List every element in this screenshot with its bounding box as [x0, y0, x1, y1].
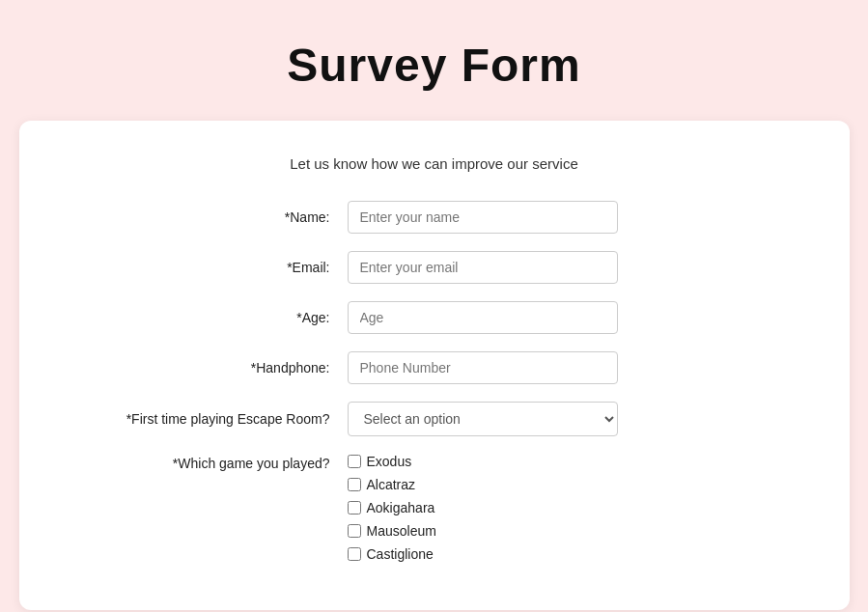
form-card: Let us know how we can improve our servi… [19, 121, 850, 610]
game-option-mausoleum[interactable]: Mausoleum [348, 523, 436, 539]
checkbox-exodus[interactable] [348, 455, 361, 468]
checkbox-alcatraz[interactable] [348, 478, 361, 491]
handphone-input[interactable] [348, 351, 618, 384]
name-input[interactable] [348, 201, 618, 234]
name-row: *Name: [58, 201, 811, 234]
page-header: Survey Form [0, 0, 868, 121]
page-title: Survey Form [19, 39, 849, 92]
age-input[interactable] [348, 301, 618, 334]
game-option-alcatraz[interactable]: Alcatraz [348, 477, 436, 492]
checkbox-mausoleum[interactable] [348, 524, 361, 538]
checkbox-aokigahara[interactable] [348, 501, 361, 515]
age-row: *Age: [58, 301, 811, 334]
checkbox-castiglione[interactable] [348, 547, 361, 561]
game-option-aokigahara[interactable]: Aokigahara [348, 500, 436, 515]
escape-room-row: *First time playing Escape Room? Select … [58, 402, 811, 436]
game-option-exodus[interactable]: Exodus [348, 454, 436, 469]
email-label: *Email: [58, 260, 348, 275]
game-option-aokigahara-label: Aokigahara [367, 500, 435, 515]
escape-room-select[interactable]: Select an option Yes No [348, 402, 618, 436]
email-row: *Email: [58, 251, 811, 284]
escape-room-label: *First time playing Escape Room? [58, 411, 348, 427]
game-option-castiglione[interactable]: Castiglione [348, 546, 436, 562]
game-option-mausoleum-label: Mausoleum [367, 523, 436, 539]
handphone-label: *Handphone: [58, 360, 348, 376]
game-label: *Which game you played? [58, 454, 348, 471]
name-label: *Name: [58, 209, 348, 225]
email-input[interactable] [348, 251, 618, 284]
handphone-row: *Handphone: [58, 351, 811, 384]
form-subtitle: Let us know how we can improve our servi… [58, 155, 811, 172]
survey-form: *Name: *Email: *Age: *Handphone: *First … [58, 201, 811, 562]
game-row: *Which game you played? Exodus Alcatraz … [58, 454, 811, 562]
age-label: *Age: [58, 310, 348, 325]
game-option-alcatraz-label: Alcatraz [367, 477, 416, 492]
game-option-exodus-label: Exodus [367, 454, 412, 469]
game-option-castiglione-label: Castiglione [367, 546, 434, 562]
game-checkbox-group: Exodus Alcatraz Aokigahara Mausoleum Cas… [348, 454, 436, 562]
